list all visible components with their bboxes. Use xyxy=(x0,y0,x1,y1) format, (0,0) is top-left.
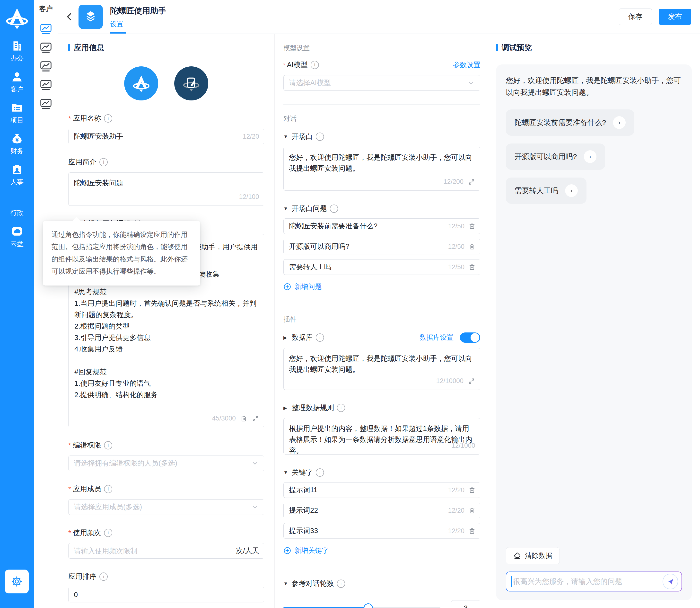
info-icon[interactable]: i xyxy=(311,61,319,69)
opening-message-textarea[interactable]: 您好，欢迎使用陀螺匠，我是陀螺匠安装小助手，您可以向我提出螺匠安装问题。 12/… xyxy=(284,147,480,191)
chart-board-icon-active[interactable] xyxy=(40,24,52,35)
info-icon[interactable]: i xyxy=(316,133,324,141)
database-textarea[interactable]: 您好，欢迎使用陀螺匠，我是陀螺匠安装小助手，您可以向我提出螺匠安装问题。 12/… xyxy=(284,348,480,390)
tab-settings[interactable]: 设置 xyxy=(110,20,166,28)
app-name-value[interactable] xyxy=(74,133,238,140)
trash-icon[interactable] xyxy=(468,263,476,271)
sidebar-item-hr[interactable]: 人事 xyxy=(11,164,24,194)
usage-frequency-value[interactable] xyxy=(74,547,232,555)
collapse-icon[interactable]: ▼ xyxy=(284,206,289,211)
sidebar-item-office[interactable]: 办公 xyxy=(11,40,24,71)
keyword-value[interactable] xyxy=(289,507,444,515)
keyword-row[interactable]: 12/20 xyxy=(284,503,480,518)
chart-board-icon[interactable] xyxy=(40,42,52,53)
chart-board-icon[interactable] xyxy=(40,61,52,72)
database-settings-link[interactable]: 数据库设置 xyxy=(420,333,453,342)
suggested-question-chip[interactable]: 陀螺匠安装前需要准备什么? › xyxy=(506,110,634,136)
trash-icon[interactable] xyxy=(468,487,476,494)
database-toggle-on[interactable] xyxy=(460,332,480,343)
suggested-question-chip[interactable]: 需要转人工吗 › xyxy=(506,177,586,204)
data-rules-textarea[interactable]: 根据用户提出的内容，整理数据！如果超过1条数据，请用表格展示！如果为一条数据请分… xyxy=(284,418,480,455)
keyword-value[interactable] xyxy=(289,527,444,535)
info-icon[interactable]: i xyxy=(337,404,345,412)
info-icon[interactable]: i xyxy=(337,580,345,588)
opening-question-value[interactable] xyxy=(289,243,444,251)
collapse-icon[interactable]: ▼ xyxy=(284,470,289,475)
info-icon[interactable]: i xyxy=(104,114,112,122)
rounds-slider[interactable] xyxy=(284,607,441,608)
collapse-icon[interactable]: ▼ xyxy=(284,581,289,586)
sidebar-item-admin[interactable]: 行政 xyxy=(11,194,24,225)
info-icon[interactable]: i xyxy=(104,485,112,493)
persona-line: 2.根据问题的类型 xyxy=(74,321,258,332)
settings-button[interactable] xyxy=(5,570,29,593)
plus-circle-icon xyxy=(284,283,291,291)
opening-question-value[interactable] xyxy=(289,263,444,271)
add-keyword-button[interactable]: 新增关键字 xyxy=(284,546,329,555)
app-members-select[interactable]: 请选择应用成员(多选) xyxy=(68,499,264,515)
usage-frequency-input[interactable]: 次/人天 xyxy=(68,543,264,558)
opening-question-row[interactable]: 12/50 xyxy=(284,239,480,254)
trash-icon[interactable] xyxy=(468,527,476,535)
app-avatar-edit[interactable] xyxy=(174,66,208,100)
expand-icon[interactable] xyxy=(468,178,475,186)
char-counter: 45/3000 xyxy=(212,414,236,424)
info-icon[interactable]: i xyxy=(99,572,108,581)
trash-icon[interactable] xyxy=(468,507,476,514)
slider-handle[interactable] xyxy=(364,603,373,608)
app-icon xyxy=(78,5,103,29)
trash-icon[interactable] xyxy=(468,243,476,250)
collapse-icon[interactable]: ▶ xyxy=(284,405,289,411)
chat-input[interactable] xyxy=(506,572,682,591)
trash-icon[interactable] xyxy=(240,415,248,422)
expand-icon[interactable] xyxy=(468,377,475,385)
ai-model-select[interactable]: 请选择AI模型 xyxy=(284,75,480,91)
info-icon[interactable]: i xyxy=(316,469,324,477)
field-label: 数据库 xyxy=(292,333,313,342)
sidebar-item-customer[interactable]: 客户 xyxy=(11,71,24,102)
collapse-icon[interactable]: ▼ xyxy=(284,134,289,139)
plus-circle-icon xyxy=(284,547,291,554)
chat-input-field[interactable] xyxy=(513,577,663,586)
info-icon[interactable]: i xyxy=(104,441,112,450)
app-intro-textarea[interactable]: 陀螺匠安装问题 12/100 xyxy=(68,172,264,206)
section-accent-bar xyxy=(68,44,70,51)
sidebar-item-finance[interactable]: ¥ 财务 xyxy=(11,133,24,164)
save-button[interactable]: 保存 xyxy=(619,8,652,25)
params-settings-link[interactable]: 参数设置 xyxy=(453,60,480,70)
keyword-row[interactable]: 12/20 xyxy=(284,523,480,539)
trash-icon[interactable] xyxy=(468,223,476,230)
clear-data-button[interactable]: 清除数据 xyxy=(506,547,560,564)
info-icon[interactable]: i xyxy=(316,334,324,342)
keyword-row[interactable]: 12/20 xyxy=(284,482,480,498)
sidebar-item-clouddrive[interactable]: 云盘 xyxy=(11,225,24,256)
expand-icon[interactable] xyxy=(252,415,259,422)
info-icon[interactable]: i xyxy=(104,529,112,537)
add-question-button[interactable]: 新增问题 xyxy=(284,282,322,291)
app-name-input[interactable]: 12/20 xyxy=(68,129,264,144)
keyword-value[interactable] xyxy=(289,486,444,494)
chart-board-icon[interactable] xyxy=(40,99,52,110)
app-avatar-current[interactable] xyxy=(124,66,158,100)
select-placeholder: 请选择AI模型 xyxy=(289,78,331,88)
edit-permission-select[interactable]: 请选择拥有编辑权限的人员(多选) xyxy=(68,456,264,471)
suggested-question-chip[interactable]: 开源版可以商用吗? › xyxy=(506,144,605,170)
opening-question-value[interactable] xyxy=(289,222,444,230)
send-button[interactable] xyxy=(663,574,678,589)
persona-text-fragment: 馈收集 xyxy=(198,269,219,280)
info-icon[interactable]: i xyxy=(330,205,338,213)
opening-question-row[interactable]: 12/50 xyxy=(284,218,480,234)
reference-rounds-section: ▼ 参考对话轮数 i 3 xyxy=(284,569,480,608)
sidebar-item-project[interactable]: 项目 xyxy=(11,102,24,133)
info-icon[interactable]: i xyxy=(99,158,108,166)
collapse-icon[interactable]: ▶ xyxy=(284,335,289,341)
opening-question-row[interactable]: 12/50 xyxy=(284,259,480,275)
back-icon[interactable] xyxy=(64,12,75,22)
app-sort-value[interactable] xyxy=(74,591,259,599)
app-sort-input[interactable] xyxy=(68,587,264,603)
field-label: AI模型 xyxy=(287,60,308,70)
publish-button[interactable]: 发布 xyxy=(659,9,691,25)
rounds-value-input[interactable]: 3 xyxy=(451,600,480,608)
field-label: 应用名称 xyxy=(73,114,101,123)
chart-board-icon[interactable] xyxy=(40,80,52,91)
